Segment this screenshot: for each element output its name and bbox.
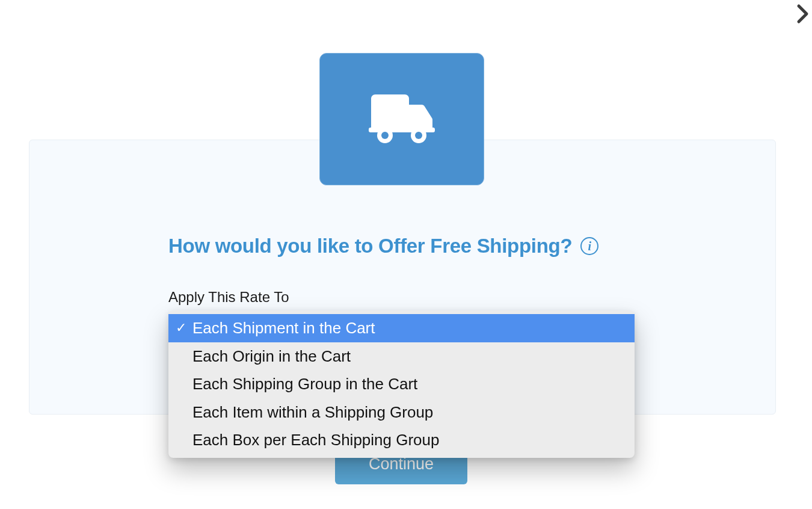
dropdown-option[interactable]: Each Box per Each Shipping Group <box>168 426 635 454</box>
apply-rate-dropdown[interactable]: ✓ Each Shipment in the Cart Each Origin … <box>168 310 635 458</box>
page-heading: How would you like to Offer Free Shippin… <box>168 235 572 258</box>
shipping-illustration <box>319 53 484 185</box>
truck-icon <box>369 94 435 145</box>
info-icon[interactable]: i <box>580 237 598 255</box>
dropdown-option-label: Each Box per Each Shipping Group <box>192 431 439 449</box>
dropdown-option[interactable]: Each Shipping Group in the Cart <box>168 370 635 398</box>
dropdown-option[interactable]: ✓ Each Shipment in the Cart <box>168 314 635 342</box>
svg-point-2 <box>381 132 389 139</box>
apply-rate-label: Apply This Rate To <box>168 289 289 306</box>
chevron-right-icon <box>796 4 810 24</box>
heading-row: How would you like to Offer Free Shippin… <box>168 235 598 258</box>
dropdown-option-label: Each Shipping Group in the Cart <box>192 375 417 393</box>
dropdown-option-label: Each Shipment in the Cart <box>192 319 375 337</box>
svg-point-4 <box>415 132 422 139</box>
dropdown-option[interactable]: Each Origin in the Cart <box>168 342 635 371</box>
dropdown-option-label: Each Origin in the Cart <box>192 347 351 365</box>
check-icon: ✓ <box>176 320 186 337</box>
next-arrow-button[interactable] <box>796 4 810 26</box>
dropdown-option[interactable]: Each Item within a Shipping Group <box>168 398 635 427</box>
dropdown-option-label: Each Item within a Shipping Group <box>192 403 433 421</box>
